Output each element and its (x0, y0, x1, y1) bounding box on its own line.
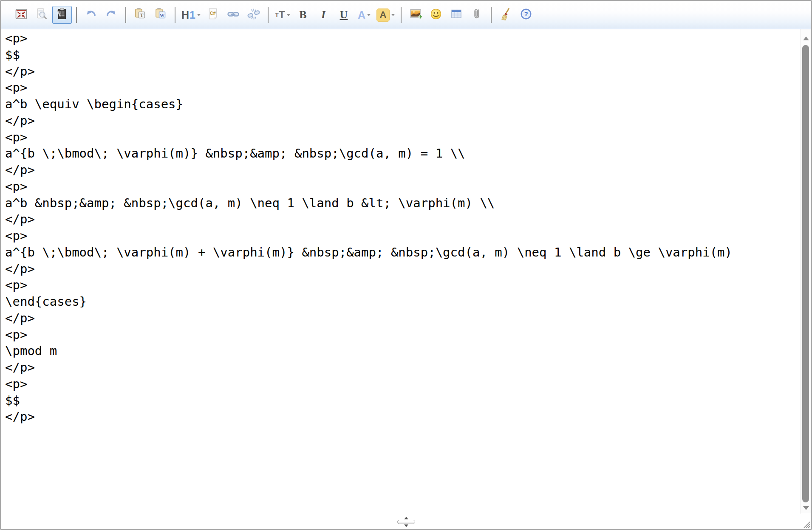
resize-grip-pill (397, 520, 415, 524)
rich-text-editor-window: T W H 1 (0, 0, 812, 530)
insert-link-button[interactable] (224, 6, 243, 24)
toolbar-separator (76, 7, 77, 23)
clean-formatting-icon (498, 7, 513, 23)
chevron-down-icon (391, 14, 395, 16)
toolbar-separator (175, 7, 175, 23)
redo-button[interactable] (102, 6, 121, 24)
paste-plain-text-button[interactable]: T (130, 6, 150, 24)
fullscreen-button[interactable] (11, 6, 31, 24)
toolbar-separator (268, 7, 269, 23)
paste-from-word-button[interactable]: W (151, 6, 170, 24)
svg-text:C#: C# (210, 11, 216, 16)
editor-bottom-bar (1, 514, 811, 529)
svg-text:?: ? (524, 10, 528, 17)
help-icon: ? (519, 7, 533, 23)
chevron-down-icon (287, 14, 290, 16)
remove-link-icon (246, 7, 261, 23)
italic-button[interactable]: I (314, 6, 333, 24)
scrollbar-thumb[interactable] (802, 45, 809, 502)
corner-resize-grip[interactable] (801, 519, 811, 529)
font-color-dropdown[interactable]: A (354, 6, 374, 24)
chevron-down-icon (197, 14, 201, 16)
underline-icon: U (340, 8, 348, 21)
redo-icon (104, 7, 119, 23)
insert-table-icon (449, 7, 464, 23)
scrollbar-down-arrow-icon[interactable] (803, 506, 809, 510)
attach-file-icon (470, 7, 484, 23)
underline-button[interactable]: U (334, 6, 354, 24)
paste-plain-text-icon: T (133, 7, 147, 23)
toolbar-separator (401, 7, 402, 23)
paste-from-word-icon: W (153, 7, 168, 23)
preview-button[interactable] (32, 6, 51, 24)
undo-button[interactable] (81, 6, 101, 24)
editor-area: <p> $$ </p> <p> a^b \equiv \begin{cases}… (1, 29, 811, 514)
undo-icon (84, 7, 98, 23)
emoticon-button[interactable] (426, 6, 446, 24)
code-snippet-button[interactable]: C# (203, 6, 223, 24)
heading-dropdown[interactable]: H 1 (180, 6, 202, 24)
code-block-icon: C# (206, 7, 220, 23)
insert-image-icon (408, 7, 423, 23)
view-source-button[interactable] (52, 6, 72, 24)
font-size-icon: T (275, 11, 279, 18)
emoticon-icon (429, 7, 443, 23)
view-source-icon (55, 7, 69, 23)
preview-icon (34, 7, 49, 23)
svg-text:T: T (140, 12, 143, 18)
svg-text:W: W (160, 13, 164, 18)
insert-link-icon (226, 7, 240, 23)
scrollbar-up-arrow-icon[interactable] (803, 37, 809, 40)
remove-link-button[interactable] (244, 6, 263, 24)
heading-icon: H (181, 9, 189, 21)
bold-icon: B (299, 8, 306, 21)
font-color-icon: A (358, 9, 365, 21)
resize-down-arrow-icon (404, 524, 408, 527)
resize-up-arrow-icon (404, 517, 408, 519)
insert-table-button[interactable] (447, 6, 466, 24)
italic-icon: I (321, 8, 325, 21)
attach-file-button[interactable] (467, 6, 487, 24)
html-source-editor[interactable]: <p> $$ </p> <p> a^b \equiv \begin{cases}… (1, 29, 811, 425)
fullscreen-icon (14, 7, 28, 23)
editor-toolbar: T W H 1 (1, 1, 811, 29)
chevron-down-icon (367, 14, 371, 16)
bold-button[interactable]: B (293, 6, 313, 24)
highlight-color-icon: A (376, 8, 390, 22)
clean-formatting-button[interactable] (496, 6, 515, 24)
toolbar-separator (125, 7, 126, 23)
insert-image-button[interactable] (406, 6, 425, 24)
highlight-color-dropdown[interactable]: A (375, 6, 396, 24)
toolbar-separator (491, 7, 492, 23)
editor-resize-handle[interactable] (397, 517, 415, 527)
font-size-dropdown[interactable]: T T (273, 6, 292, 24)
vertical-scrollbar[interactable] (800, 29, 811, 514)
help-button[interactable]: ? (516, 6, 536, 24)
